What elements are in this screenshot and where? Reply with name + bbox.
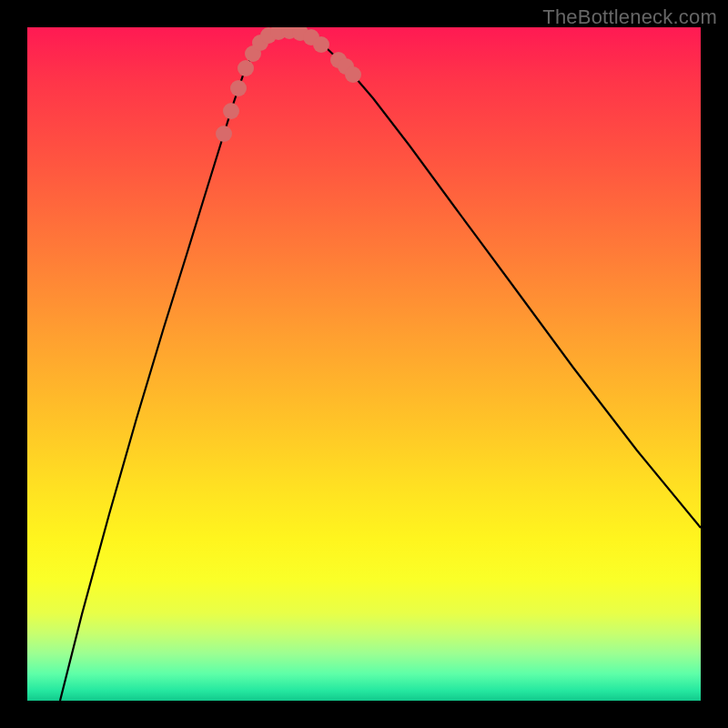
highlight-dot	[216, 126, 232, 142]
highlight-dots-group	[216, 27, 361, 142]
highlight-dot	[223, 103, 239, 119]
highlight-dot	[230, 80, 247, 96]
highlight-dot	[313, 36, 329, 53]
plot-area	[27, 27, 701, 701]
curve-svg	[27, 27, 701, 701]
highlight-dot	[345, 66, 361, 83]
bottleneck-curve-path	[60, 31, 701, 701]
chart-frame: TheBottleneck.com	[0, 0, 728, 728]
watermark-text: TheBottleneck.com	[542, 5, 717, 29]
highlight-dot	[238, 60, 254, 76]
